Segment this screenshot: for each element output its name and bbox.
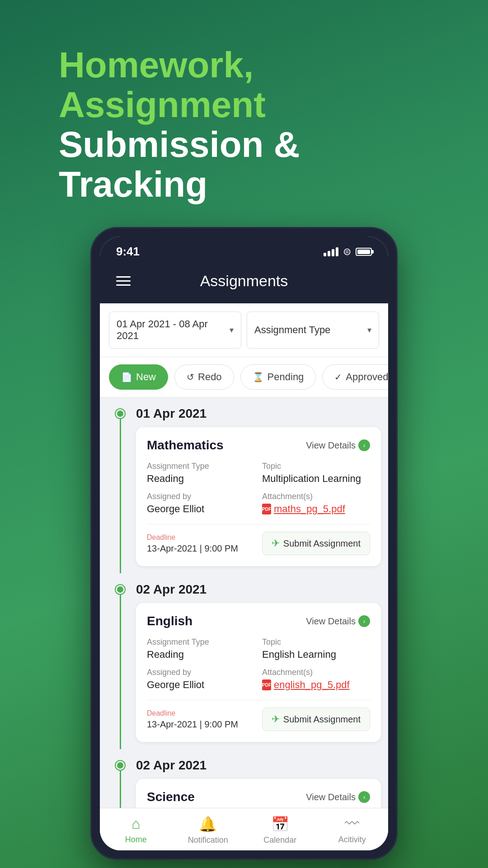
menu-button[interactable] (116, 276, 131, 286)
chevron-down-icon: ▾ (230, 325, 234, 335)
timeline-line-2 (120, 594, 121, 749)
calendar-icon: 📅 (271, 816, 289, 833)
arrow-icon-2: › (358, 615, 370, 627)
view-details-label-2: View Details (306, 616, 356, 627)
status-icons: ⊜ (324, 246, 372, 258)
date-label-1: 01 Apr 2021 (136, 397, 388, 427)
pdf-filename-2: english_pg_5.pdf (274, 679, 350, 691)
status-time: 9:41 (116, 245, 140, 259)
tab-new-label: New (136, 371, 156, 383)
pdf-filename-1: maths_pg_5.pdf (274, 503, 345, 515)
timeline-entry-1: 01 Apr 2021 Mathematics View Details › A… (100, 397, 388, 573)
assignment-type-label: Assignment Type (254, 324, 330, 336)
new-tab-icon: 📄 (121, 372, 132, 382)
tab-redo-label: Redo (198, 371, 222, 383)
nav-calendar[interactable]: 📅 Calendar (244, 808, 316, 850)
submit-btn-2[interactable]: ✈ Submit Assignment (262, 708, 370, 731)
deadline-value-2: 13-Apr-2021 | 9:00 PM (147, 719, 238, 730)
phone-screen: 9:41 ⊜ Assignments 01 Apr 2021 - 08 Apr … (100, 236, 388, 850)
approved-tab-icon: ✓ (334, 372, 342, 382)
view-details-btn-3[interactable]: View Details › (306, 791, 370, 803)
assignment-type-dropdown[interactable]: Assignment Type ▾ (247, 311, 379, 349)
topic-field-2: Topic English Learning (262, 637, 370, 660)
attachment-field-1: Attachment(s) PDF maths_pg_5.pdf (262, 492, 370, 515)
battery-icon (356, 248, 372, 256)
topic-value-2: English Learning (262, 649, 370, 660)
timeline-entry-2: 02 Apr 2021 English View Details › Assig… (100, 573, 388, 749)
app-header: Assignments (100, 263, 388, 303)
activity-icon: 〰 (345, 816, 359, 832)
view-details-label-1: View Details (306, 440, 356, 451)
topic-field-1: Topic Multiplication Learning (262, 462, 370, 485)
assigned-by-value-1: George Elliot (147, 503, 255, 515)
nav-activity-label: Acitivity (338, 835, 366, 844)
view-details-btn-1[interactable]: View Details › (306, 439, 370, 451)
assignment-card-1: Mathematics View Details › Assignment Ty… (136, 427, 381, 566)
tab-approved[interactable]: ✓ Approved (322, 364, 388, 390)
tab-redo[interactable]: ↺ Redo (174, 364, 234, 390)
timeline-left-1 (109, 397, 131, 573)
nav-activity[interactable]: 〰 Acitivity (316, 808, 389, 850)
timeline-dot-2 (116, 585, 125, 594)
arrow-icon-1: › (358, 439, 370, 451)
assignment-type-field-2: Assignment Type Reading (147, 637, 255, 660)
assigned-by-label-2: Assigned by (147, 668, 255, 677)
assignment-card-2: English View Details › Assignment Type R… (136, 603, 381, 742)
deadline-label-2: Deadline (147, 709, 238, 717)
submit-label-1: Submit Assignment (283, 538, 361, 549)
attachment-value-1[interactable]: PDF maths_pg_5.pdf (262, 503, 370, 515)
timeline-entry-3: 02 Apr 2021 Science View Details › (100, 749, 388, 808)
nav-notification[interactable]: 🔔 Notification (172, 808, 244, 850)
submit-icon-2: ✈ (272, 713, 280, 725)
deadline-info-1: Deadline 13-Apr-2021 | 9:00 PM (147, 533, 238, 554)
submit-icon-1: ✈ (272, 538, 280, 549)
card-header-2: English View Details › (147, 614, 370, 628)
assigned-by-value-2: George Elliot (147, 679, 255, 691)
assignment-type-label-2: Assignment Type (147, 637, 255, 647)
notification-icon: 🔔 (199, 816, 217, 833)
timeline-line-1 (120, 418, 121, 573)
date-label-2: 02 Apr 2021 (136, 573, 388, 603)
tab-new[interactable]: 📄 New (109, 364, 168, 390)
assignment-type-value-2: Reading (147, 649, 255, 660)
attachment-field-2: Attachment(s) PDF english_pg_5.pdf (262, 668, 370, 691)
tab-pending-label: Pending (267, 371, 304, 383)
status-bar: 9:41 ⊜ (100, 236, 388, 263)
card-grid-2: Assignment Type Reading Topic English Le… (147, 637, 370, 691)
timeline-dot-3 (116, 761, 125, 770)
tab-bar: 📄 New ↺ Redo ⌛ Pending ✓ Approved (100, 357, 388, 397)
content-scroll[interactable]: 01 Apr 2021 Mathematics View Details › A… (100, 397, 388, 808)
tab-pending[interactable]: ⌛ Pending (240, 364, 316, 390)
nav-notification-label: Notification (188, 835, 228, 845)
submit-btn-1[interactable]: ✈ Submit Assignment (262, 532, 370, 555)
assigned-by-label-1: Assigned by (147, 492, 255, 501)
hero-section: Homework, Assignment Submission & Tracki… (59, 45, 429, 204)
phone-mockup: 9:41 ⊜ Assignments 01 Apr 2021 - 08 Apr … (90, 227, 398, 860)
assigned-by-field-1: Assigned by George Elliot (147, 492, 255, 515)
card-header-3: Science View Details › (147, 790, 370, 804)
topic-label-1: Topic (262, 462, 370, 471)
assignment-type-label-1: Assignment Type (147, 462, 255, 471)
view-details-btn-2[interactable]: View Details › (306, 615, 370, 627)
date-range-dropdown[interactable]: 01 Apr 2021 - 08 Apr 2021 ▾ (109, 311, 241, 349)
hero-line2: Submission & Tracking (59, 125, 429, 204)
attachment-value-2[interactable]: PDF english_pg_5.pdf (262, 679, 370, 691)
card-header-1: Mathematics View Details › (147, 438, 370, 453)
bottom-nav: ⌂ Home 🔔 Notification 📅 Calendar 〰 Aciti… (100, 808, 388, 850)
subject-name-1: Mathematics (147, 438, 224, 453)
card-grid-1: Assignment Type Reading Topic Multiplica… (147, 462, 370, 515)
timeline-dot-1 (116, 409, 125, 418)
nav-home-label: Home (125, 835, 147, 844)
deadline-info-2: Deadline 13-Apr-2021 | 9:00 PM (147, 709, 238, 730)
deadline-label-1: Deadline (147, 533, 238, 542)
filter-bar: 01 Apr 2021 - 08 Apr 2021 ▾ Assignment T… (100, 303, 388, 357)
topic-value-1: Multiplication Learning (262, 473, 370, 485)
page-title: Assignments (200, 272, 288, 290)
subject-name-3: Science (147, 790, 195, 804)
date-label-3: 02 Apr 2021 (136, 749, 388, 779)
attachment-label-1: Attachment(s) (262, 492, 370, 501)
pdf-icon-1: PDF (262, 504, 271, 514)
card-deadline-2: Deadline 13-Apr-2021 | 9:00 PM ✈ Submit … (147, 700, 370, 731)
view-details-label-3: View Details (306, 792, 356, 802)
nav-home[interactable]: ⌂ Home (100, 808, 172, 850)
